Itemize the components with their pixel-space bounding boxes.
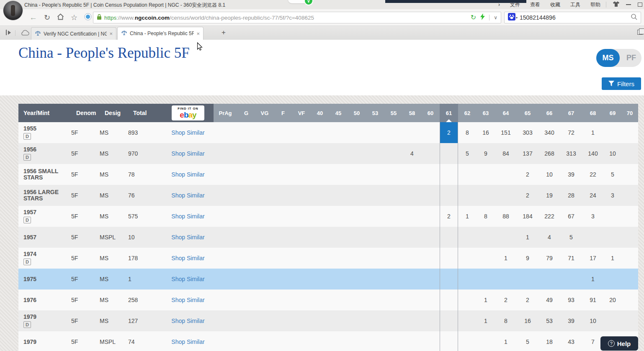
skin-theme-icon[interactable]	[613, 1, 619, 8]
menu-view[interactable]: 查看	[530, 1, 540, 8]
user-avatar[interactable]	[3, 1, 23, 20]
search-box[interactable]: ▾ 15082144896	[504, 12, 641, 23]
shop-similar-link[interactable]: Shop Similar	[171, 213, 204, 220]
search-engine-dropdown-icon[interactable]: ▾	[516, 16, 518, 20]
minimize-icon[interactable]	[626, 4, 631, 5]
tab-verify-ngc[interactable]: Verify NGC Certification | NG ×	[31, 27, 116, 40]
grade-45-cell	[329, 185, 348, 206]
census-row-1957-mspl: 19575FMSPL10Shop Similar145	[18, 227, 638, 248]
maximize-icon[interactable]	[638, 3, 642, 7]
baidu-paw-icon[interactable]	[508, 13, 515, 22]
grade-69-cell: 10	[604, 143, 621, 164]
tab-list-icon[interactable]	[637, 30, 643, 35]
home-icon[interactable]	[57, 13, 64, 22]
address-bar[interactable]: https://www.ngccoin.com/census/world/chi…	[93, 12, 501, 23]
grade-column-header-VG[interactable]: VG	[255, 104, 274, 122]
grade-58-cell	[403, 185, 421, 206]
grade-column-header-PrAg[interactable]: PrAg	[214, 104, 237, 122]
grade-66-cell: 19	[538, 185, 560, 206]
grade-67-cell	[560, 269, 582, 290]
grade-column-header-58[interactable]: 58	[403, 104, 421, 122]
filters-button[interactable]: Filters	[602, 77, 641, 90]
grade-VG-cell	[255, 290, 274, 310]
url-dropdown-icon[interactable]: ∨	[494, 15, 497, 20]
menu-tools[interactable]: 工具	[570, 1, 580, 8]
grade-column-header-62[interactable]: 62	[458, 104, 477, 122]
ebay-cell: Shop Similar	[162, 227, 214, 248]
tab-bar: Verify NGC Certification | NG × China - …	[0, 26, 644, 40]
grade-column-header-69[interactable]: 69	[604, 104, 621, 122]
search-icon[interactable]	[631, 13, 637, 22]
grade-G-cell	[237, 290, 255, 310]
expand-sidebar-icon[interactable]	[6, 30, 11, 35]
shop-similar-link[interactable]: Shop Similar	[171, 234, 204, 241]
tab-close-icon[interactable]: ×	[196, 31, 200, 37]
denom-cell: 5F	[71, 206, 100, 227]
cloud-sync-icon[interactable]	[21, 30, 29, 37]
column-header-year-mint[interactable]: Year/Mint	[18, 104, 71, 122]
window-controls	[606, 0, 644, 9]
tab-close-icon[interactable]: ×	[109, 31, 113, 37]
grade-40-cell	[311, 143, 329, 164]
shop-similar-link[interactable]: Shop Similar	[171, 318, 204, 324]
grade-60-cell	[421, 248, 440, 269]
grade-column-header-63[interactable]: 63	[477, 104, 495, 122]
favorites-star-icon[interactable]: ☆	[71, 14, 77, 21]
help-button[interactable]: ? Help	[600, 336, 638, 351]
grade-column-header-68[interactable]: 68	[582, 104, 604, 122]
browser-mode-icon[interactable]	[84, 13, 92, 22]
column-header-total[interactable]: Total	[128, 104, 162, 122]
shop-similar-link[interactable]: Shop Similar	[171, 192, 204, 199]
grade-VF-cell	[292, 331, 311, 351]
grade-61-cell	[440, 185, 458, 206]
shop-similar-link[interactable]: Shop Similar	[171, 129, 204, 136]
menu-favorites[interactable]: 收藏	[550, 1, 560, 8]
shop-similar-link[interactable]: Shop Similar	[171, 171, 204, 178]
grade-column-header-G[interactable]: G	[237, 104, 255, 122]
ebay-badge[interactable]: FIND IT ON ebay	[172, 105, 204, 120]
grade-column-header-64[interactable]: 64	[495, 104, 517, 122]
tab-title: China - People's Republic 5F	[130, 31, 194, 36]
grade-column-header-65[interactable]: 65	[517, 104, 538, 122]
grade-61-cell[interactable]: 2	[440, 122, 458, 143]
grade-column-header-66[interactable]: 66	[538, 104, 560, 122]
padlock-icon[interactable]	[97, 14, 102, 22]
grade-column-header-60[interactable]: 60	[421, 104, 440, 122]
year-mint-cell: 1979D	[18, 310, 71, 331]
grade-column-header-70[interactable]: 70	[621, 104, 638, 122]
shop-similar-link[interactable]: Shop Similar	[171, 150, 204, 157]
grade-column-header-40[interactable]: 40	[311, 104, 329, 122]
grade-column-header-F[interactable]: F	[274, 104, 292, 122]
table-header-row: Year/Mint Denom Desig Total FIND IT ON e…	[18, 104, 638, 122]
grade-column-header-50[interactable]: 50	[348, 104, 366, 122]
grade-VF-cell	[292, 164, 311, 185]
browser-toolbar: ← ↻ ☆ https://www.ngccoin.com/census/wor…	[0, 9, 644, 26]
shop-similar-link[interactable]: Shop Similar	[171, 276, 204, 282]
new-tab-button[interactable]: +	[219, 28, 229, 37]
refresh-icon[interactable]: ↻	[44, 14, 50, 21]
back-icon[interactable]: ←	[29, 13, 37, 21]
auto-refresh-icon[interactable]: ↻	[471, 14, 476, 21]
shop-similar-link[interactable]: Shop Similar	[171, 297, 204, 303]
speed-mode-icon[interactable]	[480, 13, 485, 22]
grade-column-header-45[interactable]: 45	[329, 104, 348, 122]
shop-similar-link[interactable]: Shop Similar	[171, 255, 204, 261]
mintmark-d-badge: D	[23, 217, 31, 223]
grade-column-header-61[interactable]: 61	[440, 104, 458, 122]
grade-G-cell	[237, 206, 255, 227]
tab-china-peoples-republic[interactable]: China - People's Republic 5F ×	[117, 27, 204, 40]
grade-column-header-53[interactable]: 53	[366, 104, 384, 122]
search-input-value[interactable]: 15082144896	[520, 14, 631, 21]
grade-column-header-67[interactable]: 67	[560, 104, 582, 122]
grade-column-header-VF[interactable]: VF	[292, 104, 311, 122]
year-mint-cell: 1956 SMALL STARS	[18, 164, 71, 185]
shop-similar-link[interactable]: Shop Similar	[171, 338, 204, 345]
pf-toggle-button[interactable]: PF	[626, 49, 636, 67]
grade-column-header-55[interactable]: 55	[384, 104, 403, 122]
column-header-denom[interactable]: Denom	[71, 104, 100, 122]
column-header-desig[interactable]: Desig	[100, 104, 128, 122]
grade-53-cell	[366, 269, 384, 290]
menu-help[interactable]: 帮助	[590, 1, 600, 8]
ms-toggle-button[interactable]: MS	[596, 49, 620, 67]
grade-VF-cell	[292, 122, 311, 143]
